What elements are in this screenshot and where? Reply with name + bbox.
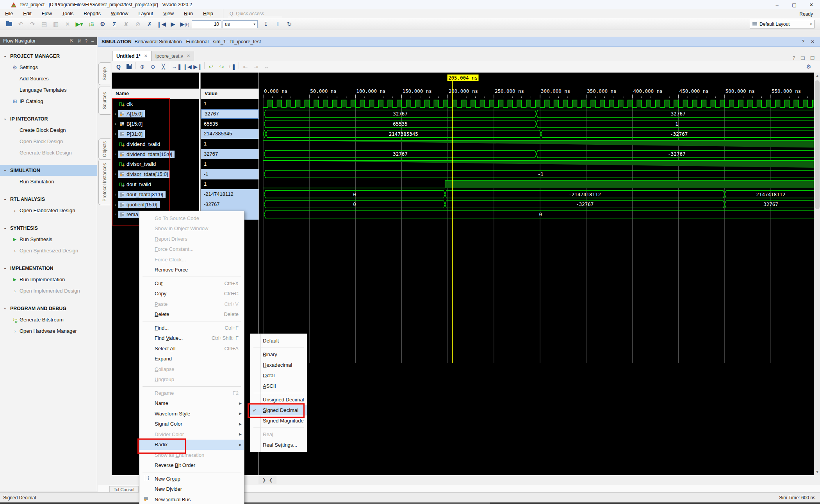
name-column-header[interactable]: Name	[112, 89, 199, 99]
side-tab-scope[interactable]: Scope	[98, 62, 111, 85]
chevron-expanded-icon[interactable]: ›	[3, 303, 7, 314]
menu-item-expand[interactable]: Expand	[139, 354, 244, 364]
signal-value[interactable]: 1	[201, 139, 258, 149]
menubar-item-run[interactable]: Run	[179, 9, 198, 18]
flow-section-title[interactable]: ›PROGRAM AND DEBUG	[0, 303, 97, 314]
signal-value[interactable]: 2147385345	[201, 129, 258, 139]
help-icon[interactable]: ?	[802, 39, 804, 44]
vertical-scrollbar[interactable]: ▲ ▼	[814, 73, 820, 475]
chevron-expanded-icon[interactable]: ›	[3, 223, 7, 233]
dock-icon[interactable]: ⇱	[70, 39, 73, 44]
menubar-item-flow[interactable]: Flow	[37, 9, 57, 18]
restart-simulation-icon[interactable]: ❙◀	[155, 20, 167, 29]
settings-gear-icon[interactable]: ⚙	[97, 20, 109, 29]
chevron-expanded-icon[interactable]: ›	[3, 263, 7, 273]
minimize-icon[interactable]: ‒	[91, 39, 94, 44]
menu-item-select-all[interactable]: Select AllCtrl+A	[139, 343, 244, 354]
close-icon[interactable]: ✕	[811, 39, 815, 44]
help-icon[interactable]: ?	[85, 39, 87, 44]
signal-value[interactable]: 1	[201, 99, 258, 109]
side-tab-objects[interactable]: Objects	[98, 138, 111, 160]
menubar-item-reports[interactable]: Reports	[78, 9, 106, 18]
radix-item-ascii[interactable]: ASCII	[250, 381, 307, 391]
menu-item-new-virtual-bus[interactable]: New Virtual Bus	[139, 494, 244, 504]
menu-item-find-value-[interactable]: Find Value...Ctrl+Shift+F	[139, 333, 244, 344]
flow-item-run-implementation[interactable]: ▶Run Implementation	[0, 274, 97, 285]
menu-item-waveform-style[interactable]: Waveform Style▶	[139, 408, 244, 419]
flow-section-title[interactable]: ›SIMULATION	[0, 165, 97, 176]
tab-ipcore-test-v[interactable]: ipcore_test.v✕	[152, 51, 194, 61]
run-for-time-icon[interactable]: ▶₍ₜ₎	[179, 20, 191, 29]
signal-value[interactable]: 1	[201, 159, 258, 169]
step-icon[interactable]: ↧	[260, 20, 272, 29]
flow-section-title[interactable]: ›RTL ANALYSIS	[0, 194, 97, 205]
menu-item-cut[interactable]: CutCtrl+X	[139, 278, 244, 289]
next-marker-icon[interactable]: ▶❙	[193, 62, 203, 71]
open-project-icon[interactable]	[3, 20, 15, 29]
next-transition-icon[interactable]: ↪	[216, 62, 227, 71]
go-to-time-icon[interactable]: →❚	[171, 62, 182, 71]
scrollbar-thumb[interactable]	[815, 80, 820, 209]
signal-value[interactable]: 32767	[201, 149, 258, 159]
expand-collapse-icon[interactable]: ⇵	[78, 39, 81, 44]
menu-item-new-divider[interactable]: New Divider	[139, 484, 244, 495]
menubar-item-layout[interactable]: Layout	[134, 9, 159, 18]
flow-section-title[interactable]: ›IMPLEMENTATION	[0, 263, 97, 274]
wave-settings-gear-icon[interactable]: ⚙	[806, 63, 811, 70]
menu-item-delete[interactable]: DeleteDelete	[139, 309, 244, 320]
maximize-button[interactable]: ▢	[786, 0, 803, 9]
menubar-item-edit[interactable]: Edit	[18, 9, 37, 18]
quick-access[interactable]: Q· Quick Access	[223, 9, 282, 18]
flow-item-language-templates[interactable]: Language Templates	[0, 84, 97, 96]
menu-item-find-[interactable]: Find...Ctrl+F	[139, 323, 244, 333]
previous-transition-icon[interactable]: ↩	[206, 62, 216, 71]
previous-marker-icon[interactable]: ❙◀	[182, 62, 193, 71]
zoom-out-icon[interactable]: ⊖	[148, 62, 158, 71]
time-unit-select[interactable]: us ▾	[223, 20, 258, 28]
float-icon[interactable]: ❏	[800, 55, 805, 61]
menubar-item-window[interactable]: Window	[106, 9, 133, 18]
close-button[interactable]: ✕	[803, 0, 820, 9]
menubar-item-file[interactable]: File	[0, 9, 18, 18]
chevron-expanded-icon[interactable]: ›	[3, 114, 7, 124]
close-tab-icon[interactable]: ✕	[187, 53, 190, 59]
flow-item-ip-catalog[interactable]: ⊞IP Catalog	[0, 96, 97, 107]
menubar-item-tools[interactable]: Tools	[57, 9, 78, 18]
flow-item-open-elaborated-design[interactable]: ›Open Elaborated Design	[0, 205, 97, 216]
save-waveform-icon[interactable]	[124, 62, 134, 71]
run-all-icon[interactable]: ▶	[167, 20, 179, 29]
clear-breakpoints-icon[interactable]: ✗	[144, 20, 155, 29]
menu-item-copy[interactable]: CopyCtrl+C	[139, 289, 244, 299]
wave-clock[interactable]	[263, 100, 815, 108]
radix-item-binary[interactable]: Binary	[250, 349, 307, 360]
run-icon[interactable]: ▶▾	[73, 20, 85, 29]
find-icon[interactable]: Q	[113, 62, 124, 71]
menu-item-name[interactable]: Name▶	[139, 398, 244, 409]
chevron-expanded-icon[interactable]: ›	[3, 194, 7, 204]
menubar-item-view[interactable]: View	[158, 9, 179, 18]
signal-value[interactable]: -2147418112	[201, 189, 258, 199]
menu-item-remove-force[interactable]: Remove Force	[139, 265, 244, 275]
minimize-button[interactable]: –	[768, 0, 786, 9]
layout-selector[interactable]: Default Layout ▾	[750, 20, 815, 28]
run-time-input[interactable]: 10	[192, 20, 221, 28]
waveform-canvas-panel[interactable]: 0.000 ns50.000 ns100.000 ns150.000 ns200…	[258, 73, 815, 475]
menu-item-signal-color[interactable]: Signal Color▶	[139, 419, 244, 429]
generate-bitstream-icon[interactable]: ↓0110	[85, 20, 97, 29]
radix-item-real-settings-[interactable]: Real Settings...	[250, 440, 307, 450]
flow-item-run-simulation[interactable]: Run Simulation	[0, 176, 97, 187]
scroll-down-icon[interactable]: ▼	[814, 469, 820, 475]
menu-item-reverse-bit-order[interactable]: Reverse Bit Order	[139, 460, 244, 471]
zoom-in-icon[interactable]: ⊕	[137, 62, 148, 71]
flow-item-create-block-design[interactable]: Create Block Design	[0, 124, 97, 136]
tcl-console-tab[interactable]: Tcl Consol	[109, 486, 139, 493]
pause-icon[interactable]: ‖	[272, 20, 283, 29]
help-icon[interactable]: ?	[793, 55, 795, 61]
signal-value[interactable]: -1	[201, 169, 258, 179]
add-marker-icon[interactable]: +❚	[227, 62, 237, 71]
side-tab-sources[interactable]: Sources	[98, 87, 111, 115]
scroll-left-icon[interactable]: ❮	[269, 477, 273, 483]
zoom-fit-icon[interactable]: ╳	[158, 62, 169, 71]
scroll-up-icon[interactable]: ▲	[814, 73, 820, 79]
flow-item-add-sources[interactable]: Add Sources	[0, 73, 97, 84]
